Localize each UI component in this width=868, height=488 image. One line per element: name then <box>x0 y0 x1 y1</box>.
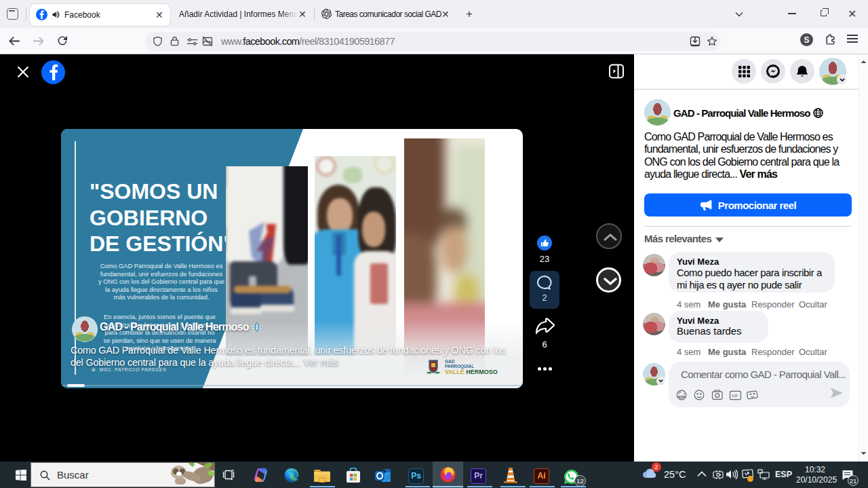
svg-text:GIF: GIF <box>732 394 738 398</box>
